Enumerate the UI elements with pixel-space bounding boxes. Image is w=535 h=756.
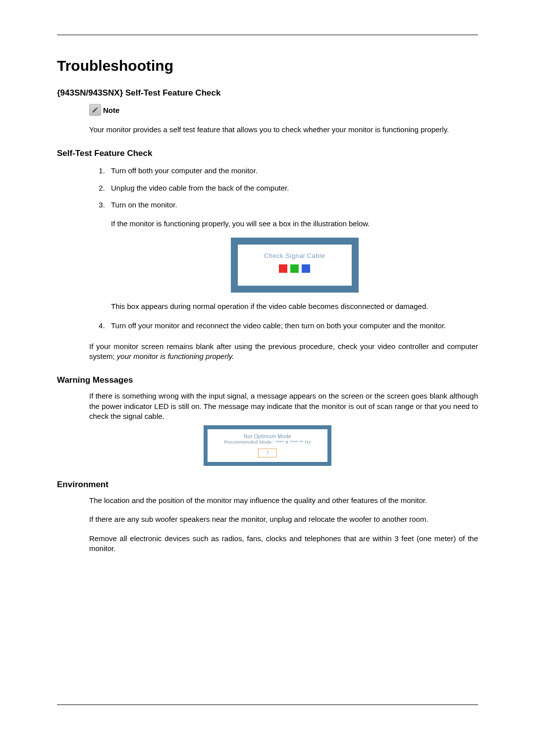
conclusion-text-b: your monitor is functioning properly. [117,352,234,360]
note-row: Note [89,104,478,116]
step-2: Unplug the video cable from the back of … [107,183,478,193]
page-title: Troubleshooting [57,57,478,74]
red-square-icon [279,264,287,273]
illustration-1-wrap: Check Signal Cable [111,238,478,293]
check-signal-text: Check Signal Cable [264,252,325,260]
warning-heading: Warning Messages [57,375,478,385]
self-test-conclusion: If your monitor screen remains blank aft… [89,342,478,362]
pencil-note-icon [89,104,101,116]
environment-p1: The location and the position of the mon… [89,496,478,505]
illustration-2-inner: Not Optimum Mode Recommended Mode : ****… [208,429,327,462]
warning-body: If there is something wrong with the inp… [89,391,478,421]
step-4: Turn off your monitor and reconnect the … [107,321,478,331]
not-optimum-line1: Not Optimum Mode [244,433,291,439]
step-3: Turn on the monitor. If the monitor is f… [107,200,478,312]
note-label: Note [103,106,119,114]
illustration-1-inner: Check Signal Cable [238,245,352,286]
step-1: Turn off both your computer and the moni… [107,166,478,176]
step-3-text: Turn on the monitor. [111,201,177,209]
step-3-after: If the monitor is functioning properly, … [111,219,478,229]
illustration-check-signal: Check Signal Cable [231,238,359,293]
environment-p2: If there are any sub woofer speakers nea… [89,514,478,524]
page-container: Troubleshooting {943SN/943SNX} Self-Test… [0,0,535,756]
top-rule [57,35,478,35]
step-3-after-2: This box appears during normal operation… [111,302,478,311]
environment-p3: Remove all electronic devices such as ra… [89,534,478,554]
blue-square-icon [302,264,310,273]
steps-list: Turn off both your computer and the moni… [89,166,478,331]
question-button-icon: ? [258,449,277,457]
section-self-test-heading: {943SN/943SNX} Self-Test Feature Check [57,88,478,98]
rgb-squares [279,264,310,273]
illustration-not-optimum: Not Optimum Mode Recommended Mode : ****… [204,425,331,466]
note-body: Your monitor provides a self test featur… [89,125,478,135]
bottom-rule [57,705,478,705]
green-square-icon [290,264,299,273]
section-check-heading: Self-Test Feature Check [57,149,478,158]
illustration-2-wrap: Not Optimum Mode Recommended Mode : ****… [57,425,478,466]
not-optimum-line2: Recommended Mode : **** X **** ** Hz [224,439,311,445]
environment-heading: Environment [57,480,478,490]
